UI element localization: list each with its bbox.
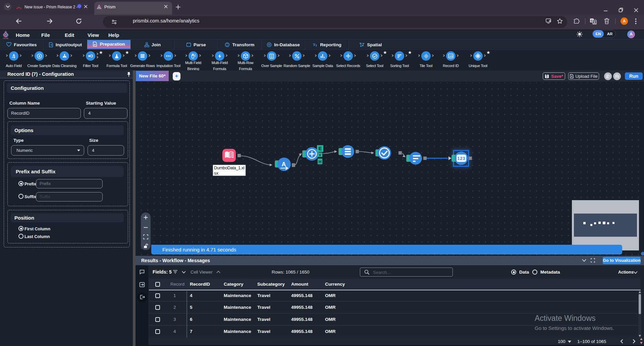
svg-text:A: A [282, 161, 286, 168]
svg-text:sx: sx [214, 171, 219, 176]
svg-text:文: 文 [593, 21, 596, 24]
svg-text:H: H [319, 160, 322, 164]
svg-text:P: P [94, 43, 96, 46]
svg-text:A: A [12, 54, 15, 57]
svg-text:DumboData_1.xl: DumboData_1.xl [214, 165, 245, 170]
svg-text:V: V [319, 153, 321, 157]
svg-text:123: 123 [458, 156, 466, 161]
svg-text:PRISM: PRISM [3, 38, 8, 39]
svg-text:T: T [315, 44, 317, 47]
svg-text:123: 123 [449, 55, 453, 57]
svg-text:E: E [318, 146, 322, 151]
